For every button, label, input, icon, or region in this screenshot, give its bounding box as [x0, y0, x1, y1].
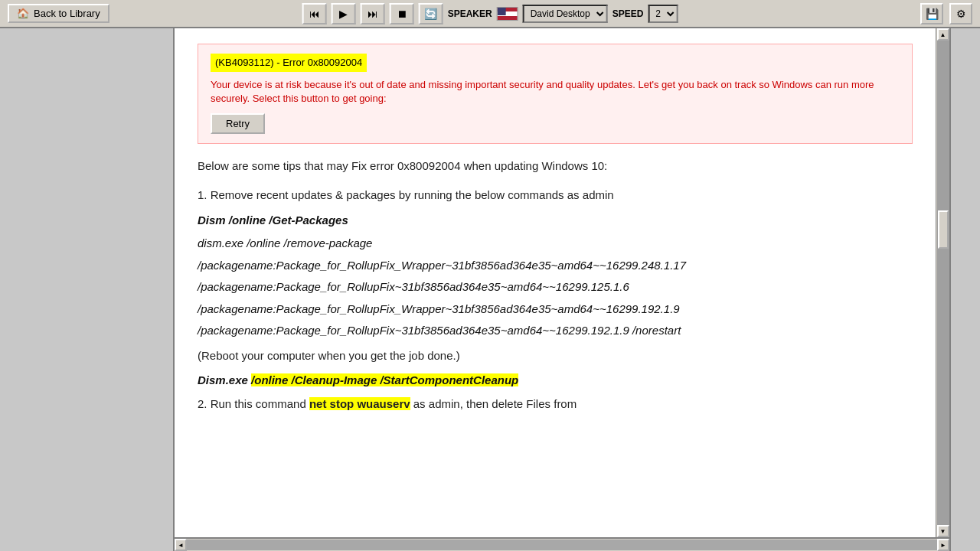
reboot-note: (Reboot your computer when you get the j…: [198, 347, 913, 365]
refresh-button[interactable]: 🔄: [419, 3, 443, 24]
main-layout: (KB4093112) - Error 0x80092004 Your devi…: [0, 28, 980, 551]
step2-cmd-highlight: net stop wuauserv: [309, 397, 410, 410]
stop-button[interactable]: ⏹: [390, 3, 414, 24]
toolbar: 🏠 Back to Library ⏮ ▶ ⏭ ⏹ 🔄 SPEAKER Davi…: [0, 0, 980, 28]
toolbar-right-buttons: 💾 ⚙: [920, 3, 972, 24]
intro-text: Below are some tips that may Fix error 0…: [198, 158, 913, 175]
cmd2-block: dism.exe /online /remove-package /packag…: [198, 235, 913, 340]
cmd3-highlighted: /online /Cleanup-Image /StartComponentCl…: [251, 373, 518, 386]
scroll-up-button[interactable]: ▲: [937, 28, 949, 41]
retry-button[interactable]: Retry: [211, 113, 265, 134]
bottom-scrollbar: ◄ ►: [175, 537, 949, 551]
cmd2-line1: dism.exe /online /remove-package: [198, 235, 913, 253]
hscroll-track[interactable]: [187, 540, 937, 550]
speaker-select[interactable]: David Desktop: [523, 5, 608, 23]
right-panel: [949, 28, 980, 551]
step1-heading: 1. Remove recent updates & packages by r…: [198, 187, 913, 204]
playback-controls: ⏮ ▶ ⏭ ⏹ 🔄 SPEAKER David Desktop SPEED 1 …: [302, 3, 678, 24]
error-box: (KB4093112) - Error 0x80092004 Your devi…: [198, 44, 913, 144]
speaker-label: SPEAKER: [448, 8, 492, 19]
hscroll-left-button[interactable]: ◄: [175, 539, 187, 551]
content-wrapper: (KB4093112) - Error 0x80092004 Your devi…: [175, 28, 949, 551]
speed-label: SPEED: [612, 8, 644, 19]
speaker-dropdown-group: David Desktop: [523, 5, 608, 23]
speed-dropdown-group: 1 2 3 4 5: [648, 5, 678, 23]
cmd3-block: Dism.exe /online /Cleanup-Image /StartCo…: [198, 372, 913, 390]
cmd1-block: Dism /online /Get-Packages: [198, 212, 913, 230]
error-body: Your device is at risk because it's out …: [211, 78, 900, 106]
step2-intro-end: as admin, then delete Files from: [410, 397, 577, 410]
back-button-label: Back to Library: [34, 8, 100, 19]
flag-icon: [497, 7, 518, 21]
cmd2-line4: /packagename:Package_for_RollupFix_Wrapp…: [198, 301, 913, 318]
content-area[interactable]: (KB4093112) - Error 0x80092004 Your devi…: [175, 28, 936, 537]
back-to-library-button[interactable]: 🏠 Back to Library: [8, 4, 109, 23]
vertical-scrollbar[interactable]: ▲ ▼: [936, 28, 949, 537]
play-button[interactable]: ▶: [332, 3, 356, 24]
library-icon: 🏠: [17, 8, 29, 19]
cmd2-line3: /packagename:Package_for_RollupFix~31bf3…: [198, 279, 913, 296]
step2-intro: 2. Run this command net stop wuauserv as…: [198, 396, 913, 413]
cmd3-prefix: Dism.exe: [198, 373, 251, 386]
speed-select[interactable]: 1 2 3 4 5: [648, 5, 678, 23]
scroll-down-button[interactable]: ▼: [937, 525, 949, 537]
hscroll-right-button[interactable]: ►: [937, 539, 949, 551]
scroll-track[interactable]: [937, 41, 949, 525]
scroll-thumb[interactable]: [938, 210, 949, 249]
settings-icon-button[interactable]: ⚙: [949, 3, 972, 24]
rewind-button[interactable]: ⏮: [302, 3, 327, 24]
error-header: (KB4093112) - Error 0x80092004: [211, 54, 367, 72]
step2-intro-start: 2. Run this command: [198, 397, 309, 410]
left-panel: [0, 28, 175, 551]
save-icon-button[interactable]: 💾: [920, 3, 943, 24]
cmd2-line2: /packagename:Package_for_RollupFix_Wrapp…: [198, 257, 913, 275]
cmd2-line5: /packagename:Package_for_RollupFix~31bf3…: [198, 322, 913, 340]
forward-button[interactable]: ⏭: [361, 3, 385, 24]
